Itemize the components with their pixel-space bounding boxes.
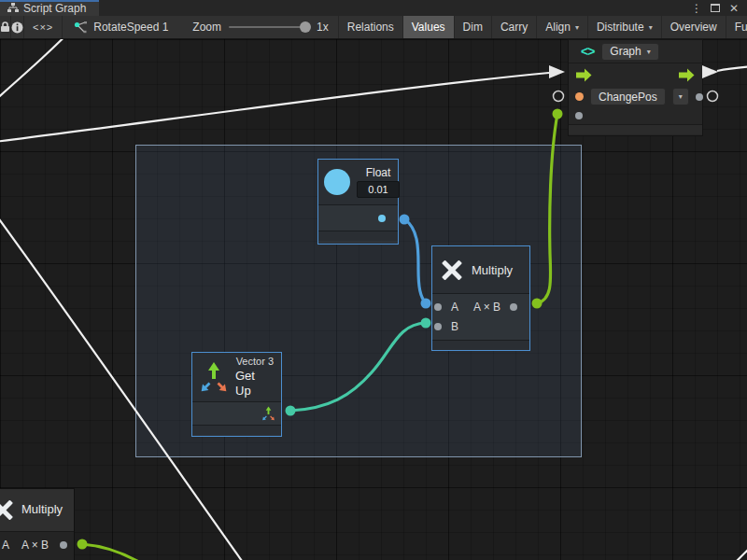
code-brackets-icon: <> — [581, 44, 594, 59]
vector3-node-body — [192, 401, 281, 425]
values-button[interactable]: Values — [403, 16, 455, 38]
wire-endpoint — [553, 109, 563, 119]
multiply-node-header: Multiply — [432, 246, 529, 293]
window-menu-icon[interactable]: ⋮ — [689, 1, 704, 16]
zoom-label: Zoom — [192, 21, 221, 34]
multiply-node-2[interactable]: Multiply A A × B — [0, 488, 75, 560]
multiply-icon — [441, 259, 463, 281]
port-row-b: B — [432, 316, 529, 336]
value-input-port[interactable] — [575, 112, 583, 119]
tab-script-graph[interactable]: Script Graph — [0, 0, 99, 16]
graph-canvas[interactable]: <> Graph ▾ ChangePos — [0, 39, 747, 560]
lock-button[interactable] — [0, 16, 11, 38]
distribute-button[interactable]: Distribute▾ — [588, 16, 662, 38]
set-variable-node[interactable]: <> Graph ▾ ChangePos — [568, 39, 703, 136]
graph-toolbar: <×> RotateSpeed 1 Zoom 1x Relations Valu… — [0, 16, 747, 39]
node-footer — [569, 124, 702, 134]
zoom-level-value: 1x — [317, 21, 329, 34]
port-row-a: A A × B — [432, 297, 529, 316]
wire-white-out-right — [717, 66, 747, 71]
input-port-a[interactable] — [434, 303, 442, 311]
window-titlebar: Script Graph ⋮ ✕ — [0, 0, 747, 16]
float-type-icon — [324, 169, 350, 195]
chevron-down-icon: ▾ — [647, 48, 651, 56]
vector3-icon — [200, 361, 228, 393]
lock-icon — [0, 21, 10, 33]
port-label-a: A — [451, 301, 458, 314]
variable-name-caret-button[interactable]: ▾ — [672, 88, 689, 105]
float-output-port[interactable] — [378, 215, 386, 222]
wire-white-bottom-right — [734, 543, 747, 560]
close-icon[interactable]: ✕ — [726, 1, 741, 16]
multiply-node-body: A A × B B — [432, 293, 529, 340]
zoom-control: Zoom 1x — [179, 16, 338, 38]
info-icon — [11, 21, 23, 34]
chevron-down-icon: ▾ — [679, 92, 683, 101]
multiply-icon — [0, 498, 14, 521]
node-footer — [318, 231, 398, 241]
output-label: A × B — [21, 539, 49, 552]
float-literal-node[interactable]: Float 0.01 — [317, 159, 399, 245]
vector3-get-up-node[interactable]: Vector 3 Get Up — [191, 352, 282, 437]
code-view-button[interactable]: <×> — [24, 16, 63, 38]
maximize-icon[interactable] — [708, 1, 723, 16]
value-input-row — [569, 107, 702, 124]
zoom-slider[interactable] — [229, 26, 309, 28]
wire-green-bottom — [82, 544, 142, 560]
port-ring-left — [554, 91, 564, 102]
input-port-b[interactable] — [434, 323, 442, 330]
dim-button[interactable]: Dim — [455, 16, 492, 38]
output-label: A × B — [473, 301, 500, 314]
port-ring-right — [708, 91, 718, 102]
multiply-node-2-body: A A × B — [0, 531, 74, 557]
float-node-header: Float 0.01 — [318, 160, 398, 204]
output-port[interactable] — [510, 303, 517, 311]
wire-arrowhead-in — [549, 65, 565, 78]
tab-label: Script Graph — [23, 2, 86, 15]
float-node-body — [318, 204, 398, 231]
multiply-node[interactable]: Multiply A A × B B — [431, 245, 530, 351]
wire-endpoint — [78, 539, 88, 550]
value-output-port[interactable] — [696, 93, 703, 101]
output-port[interactable] — [60, 541, 67, 549]
flow-port-row — [569, 63, 702, 86]
wire-arrowhead-out — [702, 65, 718, 78]
name-input-port[interactable] — [575, 92, 584, 101]
variable-name-dropdown[interactable]: ChangePos — [590, 88, 666, 105]
port-label-b: B — [451, 320, 458, 333]
flow-input-arrow-icon[interactable] — [576, 68, 592, 82]
flow-output-arrow-icon[interactable] — [679, 68, 695, 82]
graph-node-icon — [74, 21, 88, 34]
vector3-output-port[interactable] — [261, 406, 275, 421]
wire-white-top-left — [0, 39, 86, 101]
variable-node-header: <> Graph ▾ — [569, 40, 702, 63]
multiply-node-2-header: Multiply — [0, 489, 74, 531]
vector3-type-label: Vector 3 — [236, 356, 274, 369]
multiply-node-title: Multiply — [472, 263, 513, 277]
carry-button[interactable]: Carry — [492, 16, 537, 38]
full-screen-button[interactable]: Full Screen — [726, 16, 747, 38]
wire-white-into-graph-node — [0, 73, 549, 142]
align-button[interactable]: Align▾ — [537, 16, 588, 38]
info-button[interactable] — [11, 16, 24, 38]
vector3-node-header: Vector 3 Get Up — [192, 353, 281, 401]
zoom-slider-handle[interactable] — [300, 21, 311, 33]
node-footer — [432, 340, 529, 350]
variable-kind-dropdown[interactable]: Graph ▾ — [601, 43, 658, 61]
caret-down-icon: ▾ — [649, 23, 653, 32]
graph-breadcrumb[interactable]: RotateSpeed 1 — [63, 16, 179, 38]
float-node-title: Float — [366, 166, 391, 179]
overview-button[interactable]: Overview — [662, 16, 726, 38]
hierarchy-icon — [7, 3, 19, 13]
float-value-input[interactable]: 0.01 — [357, 181, 400, 198]
multiply-node-2-title: Multiply — [21, 502, 63, 516]
port-label-a: A — [2, 539, 9, 552]
relations-button[interactable]: Relations — [339, 16, 403, 38]
code-icon: <×> — [33, 21, 53, 33]
window-controls: ⋮ ✕ — [689, 0, 747, 16]
graph-name-label: RotateSpeed 1 — [93, 21, 168, 34]
node-footer — [192, 425, 281, 435]
variable-name-row: ChangePos ▾ — [569, 86, 702, 107]
caret-down-icon: ▾ — [575, 23, 579, 32]
vector3-node-title: Get Up — [235, 369, 274, 399]
